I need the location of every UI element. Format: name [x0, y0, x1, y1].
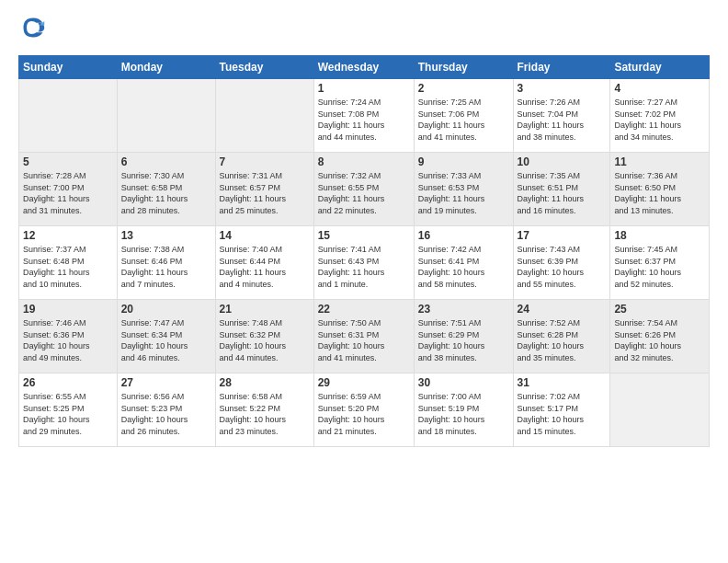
day-number: 25 — [614, 303, 705, 316]
day-number: 14 — [220, 229, 310, 242]
calendar-cell: 10Sunrise: 7:35 AM Sunset: 6:51 PM Dayli… — [513, 153, 610, 226]
calendar-header-thursday: Thursday — [414, 56, 513, 79]
day-info: Sunrise: 7:32 AM Sunset: 6:55 PM Dayligh… — [318, 170, 410, 216]
day-number: 15 — [318, 229, 410, 242]
calendar-cell: 12Sunrise: 7:37 AM Sunset: 6:48 PM Dayli… — [19, 226, 118, 300]
day-info: Sunrise: 7:48 AM Sunset: 6:32 PM Dayligh… — [220, 317, 310, 363]
day-number: 17 — [518, 229, 607, 242]
calendar-cell: 26Sunrise: 6:55 AM Sunset: 5:25 PM Dayli… — [19, 373, 118, 447]
day-info: Sunrise: 7:38 AM Sunset: 6:46 PM Dayligh… — [121, 244, 211, 290]
day-number: 11 — [614, 155, 705, 168]
calendar-cell: 16Sunrise: 7:42 AM Sunset: 6:41 PM Dayli… — [414, 226, 513, 300]
day-info: Sunrise: 7:50 AM Sunset: 6:31 PM Dayligh… — [318, 317, 410, 363]
day-number: 23 — [418, 303, 509, 316]
calendar-header-row: SundayMondayTuesdayWednesdayThursdayFrid… — [19, 56, 710, 79]
calendar-cell: 7Sunrise: 7:31 AM Sunset: 6:57 PM Daylig… — [215, 153, 313, 226]
calendar-cell — [117, 79, 215, 153]
day-number: 19 — [23, 303, 113, 316]
day-number: 24 — [518, 303, 607, 316]
day-number: 27 — [121, 376, 211, 389]
day-number: 16 — [418, 229, 509, 242]
calendar-header-wednesday: Wednesday — [313, 56, 414, 79]
day-info: Sunrise: 7:40 AM Sunset: 6:44 PM Dayligh… — [220, 244, 310, 290]
calendar-cell: 29Sunrise: 6:59 AM Sunset: 5:20 PM Dayli… — [313, 373, 414, 447]
calendar-cell: 17Sunrise: 7:43 AM Sunset: 6:39 PM Dayli… — [513, 226, 610, 300]
logo-icon — [20, 15, 46, 40]
calendar-cell: 3Sunrise: 7:26 AM Sunset: 7:04 PM Daylig… — [513, 79, 610, 153]
calendar-header-sunday: Sunday — [19, 56, 118, 79]
day-info: Sunrise: 6:58 AM Sunset: 5:22 PM Dayligh… — [220, 391, 310, 437]
day-info: Sunrise: 7:45 AM Sunset: 6:37 PM Dayligh… — [614, 244, 705, 290]
day-number: 4 — [614, 82, 705, 95]
day-number: 22 — [318, 303, 410, 316]
day-info: Sunrise: 7:51 AM Sunset: 6:29 PM Dayligh… — [418, 317, 509, 363]
day-number: 7 — [220, 155, 310, 168]
day-number: 10 — [518, 155, 607, 168]
day-info: Sunrise: 7:24 AM Sunset: 7:08 PM Dayligh… — [318, 97, 410, 143]
day-info: Sunrise: 7:42 AM Sunset: 6:41 PM Dayligh… — [418, 244, 509, 290]
calendar-cell: 21Sunrise: 7:48 AM Sunset: 6:32 PM Dayli… — [215, 300, 313, 373]
calendar-cell: 15Sunrise: 7:41 AM Sunset: 6:43 PM Dayli… — [313, 226, 414, 300]
calendar-cell: 4Sunrise: 7:27 AM Sunset: 7:02 PM Daylig… — [610, 79, 710, 153]
day-number: 9 — [418, 155, 509, 168]
calendar-header-tuesday: Tuesday — [215, 56, 313, 79]
day-number: 3 — [518, 82, 607, 95]
calendar-week-row: 5Sunrise: 7:28 AM Sunset: 7:00 PM Daylig… — [19, 153, 710, 226]
day-info: Sunrise: 7:54 AM Sunset: 6:26 PM Dayligh… — [614, 317, 705, 363]
calendar-cell — [215, 79, 313, 153]
header — [18, 15, 710, 44]
day-info: Sunrise: 7:37 AM Sunset: 6:48 PM Dayligh… — [23, 244, 113, 290]
day-info: Sunrise: 7:41 AM Sunset: 6:43 PM Dayligh… — [318, 244, 410, 290]
calendar-cell: 9Sunrise: 7:33 AM Sunset: 6:53 PM Daylig… — [414, 153, 513, 226]
calendar-cell: 19Sunrise: 7:46 AM Sunset: 6:36 PM Dayli… — [19, 300, 118, 373]
day-info: Sunrise: 7:33 AM Sunset: 6:53 PM Dayligh… — [418, 170, 509, 216]
page-container: SundayMondayTuesdayWednesdayThursdayFrid… — [0, 0, 728, 456]
day-info: Sunrise: 7:26 AM Sunset: 7:04 PM Dayligh… — [518, 97, 607, 143]
day-info: Sunrise: 7:31 AM Sunset: 6:57 PM Dayligh… — [220, 170, 310, 216]
calendar-header-monday: Monday — [117, 56, 215, 79]
calendar-week-row: 12Sunrise: 7:37 AM Sunset: 6:48 PM Dayli… — [19, 226, 710, 300]
day-info: Sunrise: 6:59 AM Sunset: 5:20 PM Dayligh… — [318, 391, 410, 437]
day-info: Sunrise: 7:00 AM Sunset: 5:19 PM Dayligh… — [418, 391, 509, 437]
day-info: Sunrise: 7:43 AM Sunset: 6:39 PM Dayligh… — [518, 244, 607, 290]
day-number: 30 — [418, 376, 509, 389]
calendar-cell: 8Sunrise: 7:32 AM Sunset: 6:55 PM Daylig… — [313, 153, 414, 226]
calendar-cell: 18Sunrise: 7:45 AM Sunset: 6:37 PM Dayli… — [610, 226, 710, 300]
day-info: Sunrise: 7:46 AM Sunset: 6:36 PM Dayligh… — [23, 317, 113, 363]
calendar-cell: 27Sunrise: 6:56 AM Sunset: 5:23 PM Dayli… — [117, 373, 215, 447]
day-number: 20 — [121, 303, 211, 316]
calendar-cell: 23Sunrise: 7:51 AM Sunset: 6:29 PM Dayli… — [414, 300, 513, 373]
calendar-cell: 20Sunrise: 7:47 AM Sunset: 6:34 PM Dayli… — [117, 300, 215, 373]
calendar-cell: 2Sunrise: 7:25 AM Sunset: 7:06 PM Daylig… — [414, 79, 513, 153]
day-number: 6 — [121, 155, 211, 168]
calendar-cell: 1Sunrise: 7:24 AM Sunset: 7:08 PM Daylig… — [313, 79, 414, 153]
day-number: 28 — [220, 376, 310, 389]
day-info: Sunrise: 7:30 AM Sunset: 6:58 PM Dayligh… — [121, 170, 211, 216]
calendar-cell: 25Sunrise: 7:54 AM Sunset: 6:26 PM Dayli… — [610, 300, 710, 373]
day-info: Sunrise: 7:28 AM Sunset: 7:00 PM Dayligh… — [23, 170, 113, 216]
day-number: 1 — [318, 82, 410, 95]
day-number: 8 — [318, 155, 410, 168]
day-info: Sunrise: 7:47 AM Sunset: 6:34 PM Dayligh… — [121, 317, 211, 363]
calendar-cell: 28Sunrise: 6:58 AM Sunset: 5:22 PM Dayli… — [215, 373, 313, 447]
calendar-table: SundayMondayTuesdayWednesdayThursdayFrid… — [18, 55, 710, 447]
calendar-cell — [19, 79, 118, 153]
day-number: 29 — [318, 376, 410, 389]
logo — [18, 15, 48, 44]
day-number: 26 — [23, 376, 113, 389]
calendar-cell: 6Sunrise: 7:30 AM Sunset: 6:58 PM Daylig… — [117, 153, 215, 226]
day-info: Sunrise: 6:56 AM Sunset: 5:23 PM Dayligh… — [121, 391, 211, 437]
calendar-cell: 13Sunrise: 7:38 AM Sunset: 6:46 PM Dayli… — [117, 226, 215, 300]
day-info: Sunrise: 7:52 AM Sunset: 6:28 PM Dayligh… — [518, 317, 607, 363]
day-number: 2 — [418, 82, 509, 95]
calendar-week-row: 1Sunrise: 7:24 AM Sunset: 7:08 PM Daylig… — [19, 79, 710, 153]
day-info: Sunrise: 7:02 AM Sunset: 5:17 PM Dayligh… — [518, 391, 607, 437]
day-info: Sunrise: 7:27 AM Sunset: 7:02 PM Dayligh… — [614, 97, 705, 143]
day-number: 13 — [121, 229, 211, 242]
calendar-header-friday: Friday — [513, 56, 610, 79]
day-info: Sunrise: 7:35 AM Sunset: 6:51 PM Dayligh… — [518, 170, 607, 216]
day-info: Sunrise: 7:36 AM Sunset: 6:50 PM Dayligh… — [614, 170, 705, 216]
day-number: 31 — [518, 376, 607, 389]
day-number: 12 — [23, 229, 113, 242]
calendar-cell: 11Sunrise: 7:36 AM Sunset: 6:50 PM Dayli… — [610, 153, 710, 226]
